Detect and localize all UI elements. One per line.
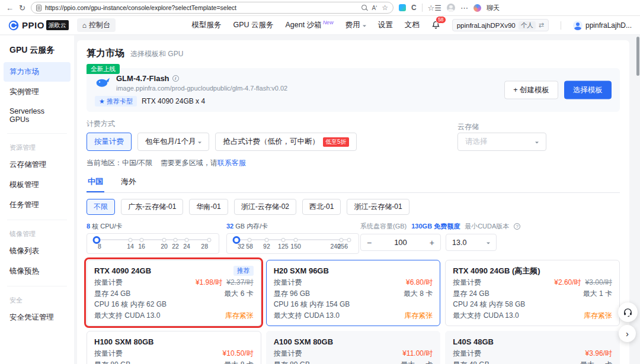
gpu-card-rtx4090[interactable]: RTX 4090 24GB推荐 按量计费¥1.98/时¥2.37/时 显存 24… (87, 260, 261, 326)
sidebar-item-tasks[interactable]: 任务管理 (4, 195, 71, 215)
browser-profile-avatar[interactable] (447, 4, 455, 12)
chevron-down-icon (198, 141, 201, 145)
slider-dot[interactable] (185, 238, 189, 242)
scrollbar-thumb[interactable] (636, 37, 639, 76)
template-card[interactable]: 全新上线 GLM-4.7-Flashi image.ppinfra.com/pr… (87, 68, 620, 112)
copilot-icon[interactable] (473, 4, 481, 12)
url-text[interactable]: https://ppio.com/gpu-instance/console/ex… (45, 4, 358, 11)
memory-slider[interactable] (236, 239, 349, 240)
contact-support-link[interactable]: 联系客服 (217, 159, 246, 167)
create-template-button[interactable]: + 创建模板 (504, 81, 558, 99)
select-template-button[interactable]: 选择模板 (564, 81, 612, 99)
discount-badge: 低至5折 (323, 137, 349, 147)
tab-overseas[interactable]: 海外 (120, 173, 137, 192)
cpu-filter: 8 核 CPU/卡 8 14 16 20 22 24 28 (87, 222, 219, 253)
chip-guangdong[interactable]: 广东-云存储-01 (121, 199, 183, 215)
customer-service-button[interactable] (618, 302, 638, 322)
plus-button[interactable]: + (430, 238, 434, 247)
slider-dot[interactable] (281, 238, 285, 242)
stock-status: 库存紧张 (584, 310, 612, 321)
disk-size-stepper: − 100 + (360, 234, 441, 251)
sidebar-item-cloud-storage[interactable]: 云存储管理 (4, 155, 71, 175)
address-bar[interactable]: https://ppio.com/gpu-instance/console/ex… (31, 2, 393, 14)
disk-label: 系统盘容量(GB) (360, 222, 407, 231)
cloud-storage-select[interactable]: 请选择 (457, 133, 546, 151)
slider-dot[interactable] (140, 238, 144, 242)
billing-type: 按量计费 (274, 277, 302, 288)
vram: 显存 24 GB (94, 288, 130, 299)
minus-button[interactable]: − (367, 238, 372, 247)
cpu-slider[interactable] (97, 239, 209, 240)
nav-billing[interactable]: 费用 (345, 20, 366, 30)
nav-settings[interactable]: 设置 (378, 20, 393, 30)
slider-dot[interactable] (129, 238, 133, 242)
sidebar-item-image-prewarm[interactable]: 镜像预热 (4, 262, 71, 281)
extension-icon[interactable] (399, 4, 406, 11)
gpu-card-rtx4090-hf[interactable]: RTX 4090 24GB (高主频) 按量计费¥2.60/时¥3.00/时 显… (445, 260, 620, 326)
slider-dot[interactable] (174, 238, 178, 242)
profile-menu[interactable]: ppinfraLajhD... (573, 21, 632, 30)
console-button[interactable]: ⌂控制台 (77, 18, 116, 32)
browser-menu-icon[interactable]: ⋯ (460, 4, 468, 12)
billing-options: 按量计费 包年包月/1个月 抢占式计费（低价，可中断）低至5折 云存储 请选择 (87, 133, 620, 151)
tick-label: 150 (290, 243, 301, 250)
sidebar-item-credentials[interactable]: 安全凭证管理 (4, 308, 71, 327)
slider-dot[interactable] (264, 238, 268, 242)
gpu-card-h20[interactable]: H20 SXM 96GB 按量计费¥6.80/时 显存 96 GB最大 8 卡 … (266, 260, 441, 326)
sidebar-item-image-list[interactable]: 镜像列表 (4, 241, 71, 261)
chip-zhejiang-01[interactable]: 浙江-云存储-01 (347, 199, 409, 215)
sidebar-item-serverless[interactable]: Serverless GPUs (4, 102, 71, 128)
sidebar-item-instances[interactable]: 实例管理 (4, 82, 71, 102)
disk-size-value[interactable]: 100 (394, 238, 407, 247)
user-avatar-icon (573, 21, 583, 30)
chip-any-region[interactable]: 不限 (87, 199, 115, 215)
slider-dot[interactable] (294, 238, 298, 242)
billing-monthly-option[interactable]: 包年包月/1个月 (137, 133, 209, 151)
tab-china[interactable]: 中国 (87, 173, 104, 192)
nav-model-service[interactable]: 模型服务 (191, 20, 221, 30)
brand-name[interactable]: PPIO (22, 20, 44, 30)
copilot-chat-label[interactable]: 聊天 (487, 4, 500, 12)
slider-dot[interactable] (347, 238, 351, 242)
nav-gpu-cloud[interactable]: GPU 云服务 (233, 20, 273, 30)
tick-label: 256 (337, 243, 348, 250)
cuda-version-select[interactable]: 13.0 (446, 234, 497, 251)
ppio-logo-icon[interactable] (8, 20, 19, 31)
slider-dot[interactable] (339, 238, 343, 242)
expand-drawer-button[interactable]: › (619, 325, 636, 342)
sidebar-item-templates[interactable]: 模板管理 (4, 175, 71, 195)
slider-dot[interactable] (207, 238, 212, 242)
billing-spot-option[interactable]: 抢占式计费（低价，可中断）低至5折 (215, 133, 356, 151)
account-switcher[interactable]: ppinfraLajhDPXv90 个人 ⇄ (452, 19, 549, 31)
slider-dot[interactable] (162, 238, 167, 242)
slider-dot[interactable] (248, 238, 252, 242)
headset-icon (623, 307, 633, 317)
notifications-button[interactable]: 58 (431, 20, 440, 31)
chevron-down-icon (535, 141, 539, 145)
site-info-icon[interactable] (36, 5, 41, 11)
zoom-out-icon[interactable] (361, 5, 367, 11)
nav-docs[interactable]: 文档 (405, 20, 420, 30)
help-icon[interactable]: ? (514, 223, 520, 230)
back-icon[interactable]: ← (6, 4, 14, 12)
gpu-card-l40s[interactable]: L40S 48GB 按量计费¥3.96/时 显存 48 GB最大 - - 卡 C… (445, 331, 620, 364)
chip-xibei[interactable]: 西北-01 (302, 199, 341, 215)
chip-zhejiang-02[interactable]: 浙江-云存储-02 (234, 199, 296, 215)
chip-huanan[interactable]: 华南-01 (189, 199, 228, 215)
billing-usage-option[interactable]: 按量计费 (87, 133, 132, 151)
read-aloud-icon[interactable]: Aʹ (372, 5, 377, 11)
favorites-bar-icon[interactable]: ☆☰ (428, 4, 441, 12)
refresh-icon[interactable]: ↻ (19, 4, 25, 12)
info-icon[interactable]: i (172, 75, 179, 82)
sidebar-item-compute-market[interactable]: 算力市场 (4, 62, 71, 82)
nav-agent-sandbox[interactable]: Agent 沙箱New (285, 20, 333, 30)
extension-c-icon[interactable]: C (411, 4, 417, 12)
app-header: PPIO 派欧云 ⌂控制台 模型服务 GPU 云服务 Agent 沙箱New 费… (0, 16, 640, 35)
gpu-card-h100[interactable]: H100 SXM 80GB 按量计费¥10.50/时 显存 80 GB最大 8 … (87, 331, 261, 364)
favorite-star-icon[interactable]: ☆ (382, 4, 388, 12)
price: ¥1.98/时 (196, 278, 222, 286)
gpu-card-a100[interactable]: A100 SXM 80GB 按量计费¥11.00/时 显存 80 GB最大 - … (266, 331, 441, 364)
gpu-card-grid: RTX 4090 24GB推荐 按量计费¥1.98/时¥2.37/时 显存 24… (87, 260, 620, 364)
sidebar-group-security: 安全 (0, 291, 74, 307)
sidebar-group-images: 镜像管理 (0, 225, 74, 241)
